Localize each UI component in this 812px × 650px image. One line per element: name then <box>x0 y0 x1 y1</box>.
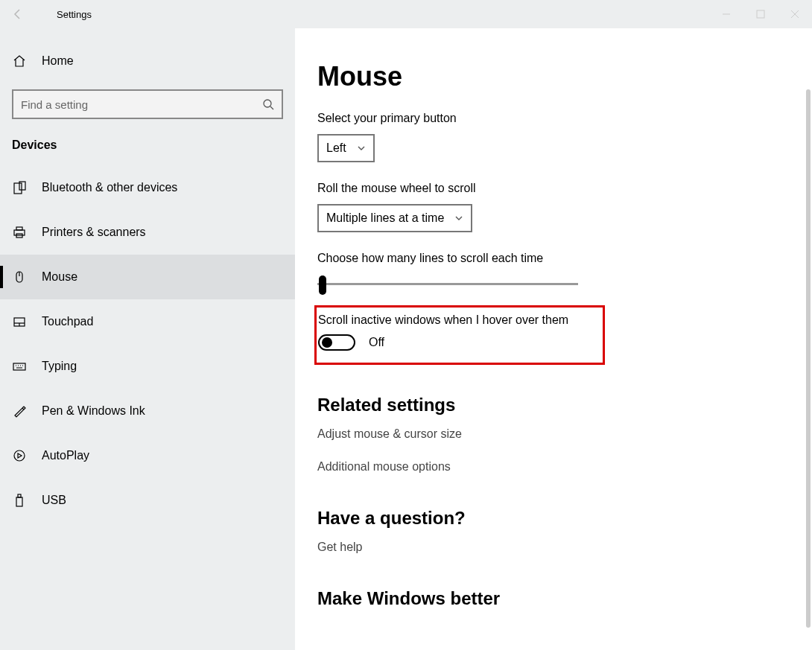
primary-button-value: Left <box>326 141 346 155</box>
sidebar-item-label: Mouse <box>42 270 77 284</box>
sidebar-section-title: Devices <box>0 128 295 165</box>
wheel-scroll-dropdown[interactable]: Multiple lines at a time <box>317 204 472 232</box>
svg-point-22 <box>14 450 25 461</box>
sidebar-item-printers[interactable]: Printers & scanners <box>0 210 295 255</box>
question-heading: Have a question? <box>317 508 790 529</box>
related-settings-heading: Related settings <box>317 395 790 415</box>
printer-icon <box>12 225 27 240</box>
bluetooth-icon <box>12 180 27 195</box>
inactive-windows-label: Scroll inactive windows when I hover ove… <box>318 313 592 327</box>
minimize-button[interactable] <box>709 0 743 28</box>
feedback-heading: Make Windows better <box>317 588 790 609</box>
sidebar: Home Devices Bluetooth & other devices P… <box>0 28 295 650</box>
search-icon <box>262 98 274 110</box>
svg-rect-9 <box>16 227 22 230</box>
sidebar-item-mouse[interactable]: Mouse <box>0 255 295 299</box>
sidebar-item-label: Pen & Windows Ink <box>42 404 145 418</box>
sidebar-item-bluetooth[interactable]: Bluetooth & other devices <box>0 165 295 210</box>
autoplay-icon <box>12 448 27 463</box>
usb-icon <box>12 493 27 508</box>
wheel-scroll-label: Roll the mouse wheel to scroll <box>317 182 790 195</box>
wheel-scroll-value: Multiple lines at a time <box>326 211 444 225</box>
svg-rect-8 <box>14 230 25 235</box>
titlebar: Settings <box>0 0 812 28</box>
pen-icon <box>12 404 27 418</box>
sidebar-item-usb[interactable]: USB <box>0 478 295 523</box>
sidebar-item-label: Printers & scanners <box>42 226 146 239</box>
search-input[interactable] <box>12 89 283 119</box>
home-icon <box>12 54 27 68</box>
search-field[interactable] <box>21 98 262 111</box>
sidebar-item-label: Bluetooth & other devices <box>42 181 177 194</box>
chevron-down-icon <box>357 144 366 153</box>
svg-point-4 <box>264 100 271 107</box>
toggle-knob <box>322 337 332 348</box>
sidebar-item-label: Touchpad <box>42 315 93 328</box>
inactive-windows-toggle[interactable] <box>318 334 355 351</box>
svg-rect-1 <box>757 10 764 18</box>
get-help-link[interactable]: Get help <box>317 541 790 554</box>
sidebar-item-typing[interactable]: Typing <box>0 344 295 389</box>
highlighted-setting: Scroll inactive windows when I hover ove… <box>314 305 605 365</box>
home-nav[interactable]: Home <box>0 39 295 83</box>
close-button[interactable] <box>778 0 812 28</box>
lines-scroll-label: Choose how many lines to scroll each tim… <box>317 252 790 265</box>
sidebar-item-label: USB <box>42 494 66 507</box>
slider-track <box>317 283 578 285</box>
primary-button-label: Select your primary button <box>317 112 790 125</box>
sidebar-item-touchpad[interactable]: Touchpad <box>0 299 295 344</box>
window-controls <box>709 0 812 28</box>
window-title: Settings <box>57 9 92 20</box>
maximize-button[interactable] <box>743 0 778 28</box>
mouse-icon <box>12 270 27 284</box>
scrollbar[interactable] <box>806 89 811 628</box>
main-content: Mouse Select your primary button Left Ro… <box>295 28 812 650</box>
primary-button-dropdown[interactable]: Left <box>317 134 375 162</box>
page-title: Mouse <box>317 61 790 92</box>
svg-rect-16 <box>13 363 25 370</box>
slider-thumb[interactable] <box>319 275 326 295</box>
sidebar-item-autoplay[interactable]: AutoPlay <box>0 433 295 478</box>
additional-mouse-link[interactable]: Additional mouse options <box>317 460 790 474</box>
adjust-cursor-link[interactable]: Adjust mouse & cursor size <box>317 427 790 441</box>
home-label: Home <box>42 54 74 68</box>
svg-rect-6 <box>14 183 22 194</box>
keyboard-icon <box>12 359 27 374</box>
sidebar-item-label: Typing <box>42 360 77 373</box>
back-button[interactable] <box>0 8 36 20</box>
lines-scroll-slider[interactable] <box>317 274 578 295</box>
sidebar-item-pen[interactable]: Pen & Windows Ink <box>0 389 295 433</box>
svg-rect-23 <box>16 497 22 506</box>
toggle-state-text: Off <box>369 336 384 349</box>
svg-rect-24 <box>18 494 21 497</box>
svg-line-5 <box>270 106 273 109</box>
chevron-down-icon <box>454 214 463 223</box>
sidebar-item-label: AutoPlay <box>42 449 89 462</box>
touchpad-icon <box>12 314 27 329</box>
